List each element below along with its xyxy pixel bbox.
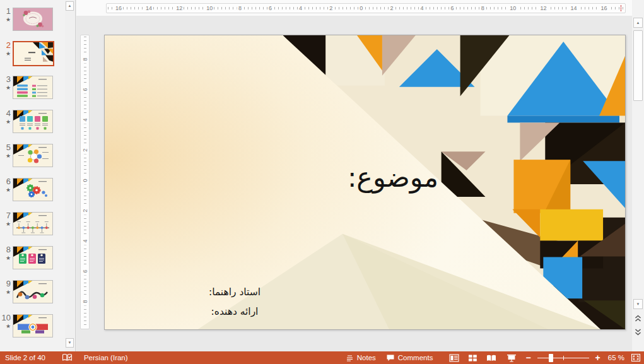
thumbnail-image[interactable] [13,144,53,167]
slide-number: 6 [0,177,11,186]
thumbnail-number-column: 3★ [0,74,13,91]
powerpoint-window: 1★2★3★4★5★6★7★8★9★10★ ▲ ▼ 16141210864202… [0,0,644,364]
slide-thumbnail-7[interactable]: 7★ [0,211,66,245]
ruler-label: 4 [82,237,88,245]
thumbnail-image[interactable] [13,110,53,133]
thumbnail-scrollbar[interactable]: ▲ ▼ [65,0,74,351]
slide-number: 9 [0,279,11,288]
ruler-label: 12 [175,4,184,13]
slide-number: 8 [0,245,11,254]
animation-star-icon: ★ [0,288,11,296]
ruler-label: 14 [569,4,578,13]
ruler-label: 2 [328,4,334,13]
thumbnail-number-column: 6★ [0,177,13,194]
zoom-out-icon[interactable]: − [523,353,533,362]
slide-thumbnail-6[interactable]: 6★ [0,177,66,211]
slide-thumbnail-9[interactable]: 9★ [0,279,66,313]
thumbnail-image[interactable] [13,212,53,235]
slide-thumbnail-8[interactable]: 8★ [0,245,66,279]
vertical-ruler: 864202468 [80,35,90,329]
spellcheck-icon[interactable] [62,353,73,362]
thumbnail-image[interactable] [13,246,53,269]
ruler-label: 8 [237,4,243,13]
presenter-label[interactable]: ارائه دهنده: [185,302,284,322]
thumbnail-number-column: 10★ [0,313,13,330]
zoom-level[interactable]: 65 % [608,354,624,361]
ruler-label: 10 [508,4,517,13]
slide-sorter-view-icon[interactable] [468,354,477,362]
supervisor-label[interactable]: استاد راهنما: [185,283,284,302]
thumbnail-number-column: 7★ [0,211,13,228]
ruler-label: 6 [450,4,455,13]
slide-number: 7 [0,211,11,220]
ruler-label: 14 [144,4,153,13]
ruler-label: 10 [205,4,214,13]
thumbnail-number-column: 1★ [0,6,13,23]
ruler-label: 6 [82,267,88,276]
ruler-label: 16 [114,4,123,13]
ruler-label: 6 [82,86,88,94]
main-scrollbar[interactable]: ▲ ▼ [632,0,644,351]
language-indicator[interactable]: Persian (Iran) [84,354,128,361]
slide-indicator[interactable]: Slide 2 of 40 [5,354,45,361]
ruler-label: 16 [600,4,609,13]
ruler-label: 4 [419,4,424,13]
horizontal-ruler: 1614121086420246810121416 [106,3,626,13]
ruler-label: 8 [82,298,88,306]
ruler-label: 4 [298,4,303,13]
zoom-in-icon[interactable]: + [593,353,603,362]
comments-icon [386,354,395,361]
animation-star-icon: ★ [0,322,11,330]
thumbnail-image[interactable] [13,8,53,31]
scroll-up-icon[interactable]: ▲ [633,18,643,28]
next-slide-icon[interactable] [634,327,642,338]
ruler-band: 1614121086420246810121416 [76,0,644,16]
ruler-label: 8 [480,4,486,13]
slide-title-placeholder[interactable]: موضوع: [348,161,438,193]
zoom-slider[interactable] [537,353,589,362]
slide-number: 4 [0,109,11,118]
thumbnail-scroll-down-icon[interactable]: ▼ [66,338,74,348]
comments-button[interactable]: Comments [386,354,433,361]
scrollbar-thumb[interactable] [633,30,643,101]
previous-slide-icon[interactable] [634,314,642,325]
notes-button[interactable]: Notes [346,354,376,361]
thumbnail-number-column: 4★ [0,109,13,126]
thumbnail-scroll-up-icon[interactable]: ▲ [66,1,74,11]
animation-star-icon: ★ [0,186,11,194]
fit-to-window-icon[interactable] [631,353,641,362]
thumbnail-number-column: 2★ [0,40,13,57]
ruler-label: 12 [539,4,547,13]
thumbnail-image[interactable] [13,41,54,66]
slide-thumbnail-1[interactable]: 1★ [0,6,66,40]
slide-thumbnail-3[interactable]: 3★ [0,74,66,109]
thumbnail-image[interactable] [13,314,53,338]
ruler-label: 0 [358,4,364,13]
ruler-label: 8 [82,56,88,64]
slide-canvas[interactable]: موضوع: استاد راهنما: ارائه دهنده: [104,35,626,330]
normal-view-icon[interactable] [449,354,459,362]
animation-star-icon: ★ [0,152,11,160]
slide-thumbnail-5[interactable]: 5★ [0,143,66,177]
slide-thumbnail-10[interactable]: 10★ [0,313,66,347]
thumbnail-image[interactable] [13,280,53,303]
slide-number: 10 [0,314,11,322]
thumbnail-image[interactable] [13,76,53,99]
ruler-label: 4 [82,116,88,124]
scroll-down-icon[interactable]: ▼ [633,299,643,309]
slide-number: 3 [0,75,11,84]
thumbnail-number-column: 5★ [0,143,13,160]
slide-subtitle-placeholder[interactable]: استاد راهنما: ارائه دهنده: [185,283,284,322]
slide-number: 1 [0,7,11,16]
ruler-label: 6 [267,4,273,13]
reading-view-icon[interactable] [486,354,496,362]
slide-thumbnail-4[interactable]: 4★ [0,109,66,143]
animation-star-icon: ★ [0,254,11,262]
notes-icon [346,355,354,361]
zoom-slider-handle[interactable] [549,354,553,362]
thumbnail-image[interactable] [13,178,53,201]
slide-thumbnail-2[interactable]: 2★ [0,40,66,74]
animation-star-icon: ★ [0,118,11,126]
thumbnail-list: 1★2★3★4★5★6★7★8★9★10★ [0,6,66,347]
slideshow-view-icon[interactable] [506,354,517,362]
